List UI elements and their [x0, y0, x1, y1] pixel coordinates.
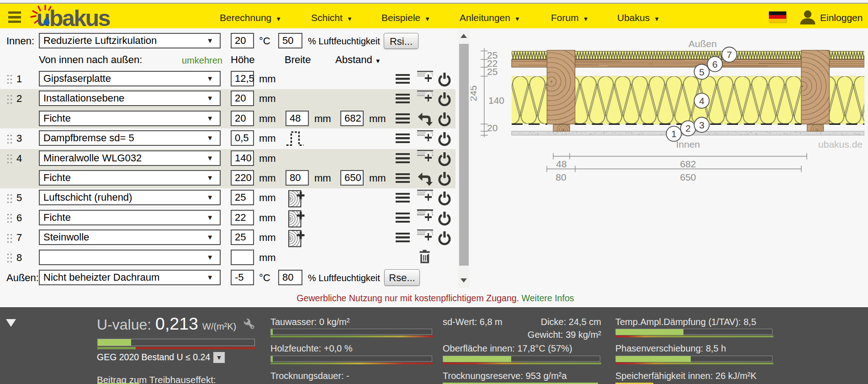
- svg-text:48: 48: [556, 159, 566, 169]
- svg-text:25: 25: [487, 66, 498, 77]
- svg-text:3: 3: [699, 120, 704, 130]
- svg-text:650: 650: [680, 172, 696, 182]
- svg-text:20: 20: [487, 123, 498, 133]
- svg-text:245: 245: [471, 85, 478, 101]
- svg-text:5: 5: [699, 67, 704, 77]
- svg-text:ubakus.de: ubakus.de: [818, 139, 863, 149]
- svg-text:80: 80: [556, 172, 566, 182]
- svg-text:6: 6: [712, 59, 718, 69]
- svg-text:Außen: Außen: [688, 38, 717, 49]
- svg-text:1: 1: [671, 128, 677, 139]
- svg-text:2: 2: [685, 123, 691, 133]
- svg-text:682: 682: [680, 159, 696, 169]
- svg-text:4: 4: [699, 96, 704, 106]
- svg-text:Innen: Innen: [676, 139, 700, 149]
- svg-text:140: 140: [488, 95, 504, 106]
- svg-text:7: 7: [727, 49, 732, 60]
